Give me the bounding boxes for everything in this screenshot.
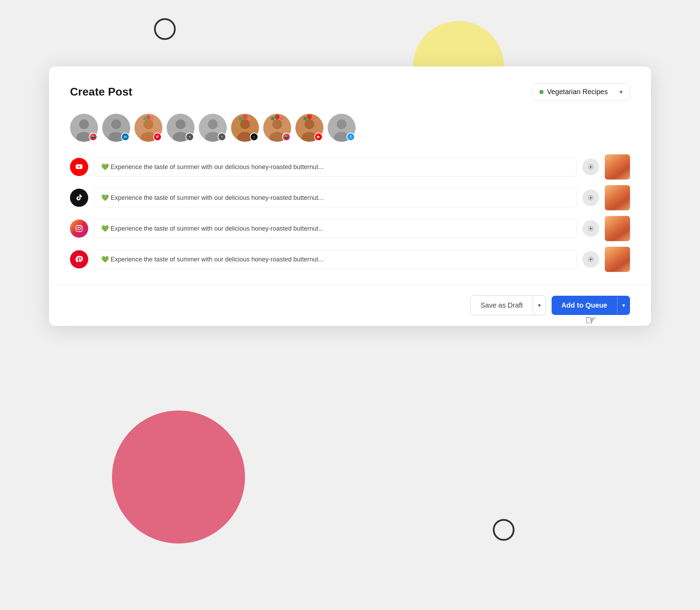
svg-point-29 xyxy=(271,117,274,120)
avatar-item[interactable]: 📷 xyxy=(70,114,98,142)
post-row: 💚 Experience the taste of summer with ou… xyxy=(70,247,630,272)
add-to-queue-button[interactable]: Add to Queue xyxy=(552,296,617,315)
avatar-item[interactable]: P xyxy=(134,114,162,142)
post-thumbnail xyxy=(605,247,630,272)
pinterest-icon: P xyxy=(156,135,159,139)
svg-point-19 xyxy=(240,119,250,129)
post-row: 💚 Experience the taste of summer with ou… xyxy=(70,185,630,210)
linkedin-icon: in xyxy=(124,135,127,139)
svg-point-37 xyxy=(337,119,346,129)
post-text-input[interactable]: 💚 Experience the taste of summer with ou… xyxy=(94,250,577,269)
avatar-item[interactable]: ▪ xyxy=(167,114,195,142)
svg-point-13 xyxy=(176,119,186,129)
modal-header: Create Post Vegetarian Recipes ▾ xyxy=(70,83,630,100)
avatar-item[interactable]: t xyxy=(328,114,356,142)
modal-title: Create Post xyxy=(70,85,132,98)
svg-point-34 xyxy=(312,117,315,120)
svg-point-9 xyxy=(146,115,150,119)
tiktok-badge: ♪ xyxy=(250,133,258,141)
post-text-input[interactable]: 💚 Experience the taste of summer with ou… xyxy=(94,219,577,238)
square2-icon: ▪ xyxy=(221,135,223,139)
post-thumbnail xyxy=(605,216,630,241)
channel-dropdown[interactable]: Vegetarian Recipes ▾ xyxy=(532,83,630,100)
add-to-queue-button-group[interactable]: Add to Queue ▾ xyxy=(552,296,630,315)
red-circle-decoration xyxy=(112,411,245,544)
svg-point-4 xyxy=(111,119,121,129)
linkedin-badge: in xyxy=(121,133,130,141)
tiktok-platform-icon xyxy=(70,189,88,207)
instagram-badge: 📷 xyxy=(89,133,97,141)
avatar-item[interactable]: ▶ xyxy=(295,114,323,142)
post-row: 💚 Experience the taste of summer with ou… xyxy=(70,216,630,241)
svg-point-21 xyxy=(243,115,247,120)
save-draft-button[interactable]: Save as Draft xyxy=(471,296,533,315)
svg-point-23 xyxy=(239,117,243,121)
svg-point-42 xyxy=(78,227,80,230)
svg-point-35 xyxy=(303,117,307,120)
square-badge: ▪ xyxy=(186,133,194,141)
post-text-input[interactable]: 💚 Experience the taste of summer with ou… xyxy=(94,157,577,177)
svg-point-11 xyxy=(143,117,147,120)
add-to-queue-dropdown-arrow[interactable]: ▾ xyxy=(617,296,630,314)
svg-point-10 xyxy=(150,117,154,120)
svg-point-1 xyxy=(79,119,89,129)
post-thumbnail xyxy=(605,154,630,180)
media-play-button[interactable] xyxy=(582,159,599,175)
youtube-icon: ▶ xyxy=(317,135,320,139)
channel-dropdown-left: Vegetarian Recipes xyxy=(539,88,608,96)
post-rows: 💚 Experience the taste of summer with ou… xyxy=(70,154,630,272)
avatar-item[interactable]: in xyxy=(102,114,130,142)
instagram2-icon: 📷 xyxy=(285,135,288,139)
svg-point-28 xyxy=(280,117,284,120)
square2-badge: ▪ xyxy=(218,133,226,141)
svg-point-27 xyxy=(275,114,280,119)
youtube-badge: ▶ xyxy=(314,133,323,141)
svg-point-16 xyxy=(208,119,218,129)
chevron-down-icon: ▾ xyxy=(538,302,541,309)
svg-point-7 xyxy=(144,119,153,129)
post-row: 💚 Experience the taste of summer with ou… xyxy=(70,154,630,180)
instagram-platform-icon xyxy=(70,219,88,238)
tiktok-icon: ♪ xyxy=(253,135,255,139)
svg-point-31 xyxy=(304,119,314,129)
ring-top-decoration xyxy=(154,18,176,40)
avatar-item[interactable]: ♪ xyxy=(231,114,259,142)
svg-point-43 xyxy=(80,226,81,227)
instagram2-badge: 📷 xyxy=(282,133,290,141)
post-thumbnail xyxy=(605,185,630,210)
avatar-item[interactable]: ▪ xyxy=(199,114,227,142)
pinterest-platform-icon xyxy=(70,250,88,268)
save-draft-dropdown-arrow[interactable]: ▾ xyxy=(533,296,546,314)
square-icon: ▪ xyxy=(189,135,190,139)
pinterest-badge: P xyxy=(153,133,162,141)
svg-point-33 xyxy=(307,114,312,119)
ring-bottom-decoration xyxy=(493,519,514,541)
svg-point-22 xyxy=(247,117,251,121)
create-post-modal: Create Post Vegetarian Recipes ▾ xyxy=(49,66,651,326)
media-play-button[interactable] xyxy=(582,189,599,206)
instagram-icon: 📷 xyxy=(91,135,95,139)
svg-point-25 xyxy=(272,119,282,129)
avatar-item[interactable]: 📷 xyxy=(263,114,291,142)
twitter-badge: t xyxy=(346,133,355,141)
add-to-queue-wrapper: Add to Queue ▾ ☞ xyxy=(552,296,630,315)
chevron-down-icon: ▾ xyxy=(620,88,623,96)
avatar-row: 📷 in xyxy=(70,114,630,142)
twitter-icon: t xyxy=(350,135,351,139)
channel-dropdown-label: Vegetarian Recipes xyxy=(547,88,608,96)
media-play-button[interactable] xyxy=(582,251,599,268)
media-play-button[interactable] xyxy=(582,220,599,237)
channel-status-dot xyxy=(539,90,544,94)
post-text-input[interactable]: 💚 Experience the taste of summer with ou… xyxy=(94,188,577,208)
chevron-down-icon: ▾ xyxy=(622,302,625,309)
save-draft-button-group[interactable]: Save as Draft ▾ xyxy=(470,295,546,315)
youtube-platform-icon xyxy=(70,158,88,176)
modal-footer: Save as Draft ▾ Add to Queue ▾ ☞ xyxy=(49,285,651,326)
